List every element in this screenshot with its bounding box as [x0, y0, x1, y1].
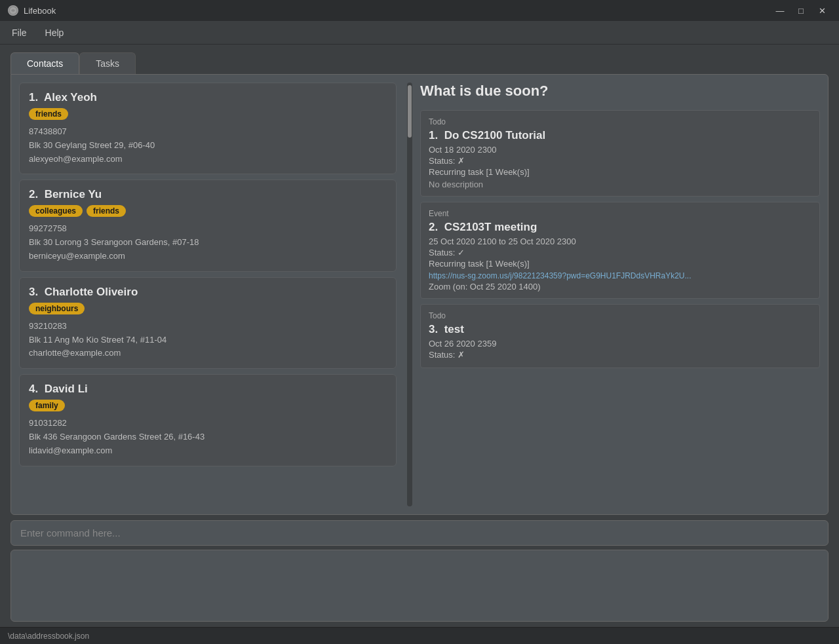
help-menu[interactable]: Help: [41, 25, 68, 41]
contact-email-1: alexyeoh@example.com: [29, 153, 387, 166]
scrollbar-thumb: [408, 85, 412, 138]
task-type-2: Event: [429, 209, 811, 218]
contact-phone-4: 91031282: [29, 417, 387, 430]
task-recurring-2: Recurring task [1 Week(s)]: [429, 259, 811, 269]
task-link-2: https://nus-sg.zoom.us/j/98221234359?pwd…: [429, 271, 811, 280]
contact-tags-4: family: [29, 400, 387, 411]
task-status-3: Status: ✗: [429, 350, 811, 360]
window-controls: — □ ✕: [771, 4, 831, 17]
tab-tasks[interactable]: Tasks: [79, 52, 136, 74]
contact-detail-1: 87438807 Blk 30 Geylang Street 29, #06-4…: [29, 125, 387, 166]
task-datetime-2: 25 Oct 2020 2100 to 25 Oct 2020 2300: [429, 237, 811, 246]
contact-tags-1: friends: [29, 108, 387, 120]
status-bar: \data\addressbook.json: [0, 627, 839, 644]
contact-email-2: berniceyu@example.com: [29, 250, 387, 263]
file-menu[interactable]: File: [8, 25, 31, 41]
contact-address-3: Blk 11 Ang Mo Kio Street 74, #11-04: [29, 333, 387, 347]
tag-colleagues: colleagues: [29, 205, 83, 217]
task-status-2: Status: ✓: [429, 248, 811, 257]
contact-phone-1: 87438807: [29, 125, 387, 139]
app-icon: [8, 5, 18, 16]
title-bar: Lifebook — □ ✕: [0, 0, 839, 21]
title-bar-left: Lifebook: [8, 5, 56, 16]
tag-friends-1: friends: [29, 108, 68, 120]
task-type-1: Todo: [429, 117, 811, 126]
panels: 1. Alex Yeoh friends 87438807 Blk 30 Gey…: [10, 74, 829, 515]
contact-detail-3: 93210283 Blk 11 Ang Mo Kio Street 74, #1…: [29, 320, 387, 360]
minimize-button[interactable]: —: [771, 4, 789, 17]
contact-card-3: 3. Charlotte Oliveiro neighbours 9321028…: [19, 277, 397, 369]
menu-bar: File Help: [0, 21, 839, 45]
contact-card-4: 4. David Li family 91031282 Blk 436 Sera…: [19, 374, 397, 466]
file-path: \data\addressbook.json: [8, 632, 89, 641]
contact-email-3: charlotte@example.com: [29, 347, 387, 360]
task-card-3: Todo 3. test Oct 26 2020 2359 Status: ✗: [420, 304, 820, 368]
task-datetime-1: Oct 18 2020 2300: [429, 145, 811, 155]
contact-address-4: Blk 436 Serangoon Gardens Street 26, #16…: [29, 430, 387, 444]
contact-detail-4: 91031282 Blk 436 Serangoon Gardens Stree…: [29, 417, 387, 457]
task-recurring-1: Recurring task [1 Week(s)]: [429, 167, 811, 177]
command-input[interactable]: [10, 520, 829, 546]
task-desc-1: No description: [429, 180, 811, 189]
contact-name-2: 2. Bernice Yu: [29, 188, 387, 201]
contact-email-4: lidavid@example.com: [29, 444, 387, 458]
tag-friends-2: friends: [87, 205, 126, 217]
close-button[interactable]: ✕: [813, 4, 831, 17]
task-title-2: 2. CS2103T meeting: [429, 221, 811, 234]
main-content: Contacts Tasks 1. Alex Yeoh friends 8743…: [0, 45, 839, 627]
contact-phone-2: 99272758: [29, 222, 387, 236]
output-area: [10, 550, 829, 622]
contact-tags-2: colleagues friends: [29, 205, 387, 217]
task-zoom-2: Zoom (on: Oct 25 2020 1400): [429, 282, 811, 292]
contact-card-1: 1. Alex Yeoh friends 87438807 Blk 30 Gey…: [19, 83, 397, 174]
contact-phone-3: 93210283: [29, 320, 387, 333]
contact-card-2: 2. Bernice Yu colleagues friends 9927275…: [19, 180, 397, 271]
contact-address-1: Blk 30 Geylang Street 29, #06-40: [29, 139, 387, 153]
contact-detail-2: 99272758 Blk 30 Lorong 3 Serangoon Garde…: [29, 222, 387, 263]
task-datetime-3: Oct 26 2020 2359: [429, 339, 811, 349]
tag-family: family: [29, 400, 65, 411]
tag-neighbours: neighbours: [29, 303, 85, 314]
contact-address-2: Blk 30 Lorong 3 Serangoon Gardens, #07-1…: [29, 236, 387, 250]
task-card-2: Event 2. CS2103T meeting 25 Oct 2020 210…: [420, 202, 820, 299]
tabs: Contacts Tasks: [10, 52, 829, 74]
command-area: [10, 520, 829, 546]
task-status-1: Status: ✗: [429, 156, 811, 166]
task-type-3: Todo: [429, 311, 811, 320]
task-card-1: Todo 1. Do CS2100 Tutorial Oct 18 2020 2…: [420, 110, 820, 197]
contact-name-3: 3. Charlotte Oliveiro: [29, 286, 387, 299]
contact-tags-3: neighbours: [29, 303, 387, 314]
task-title-1: 1. Do CS2100 Tutorial: [429, 129, 811, 142]
contact-name-4: 4. David Li: [29, 383, 387, 396]
contacts-scrollbar[interactable]: [407, 83, 412, 506]
maximize-button[interactable]: □: [792, 4, 810, 17]
task-title-3: 3. test: [429, 323, 811, 336]
app-title: Lifebook: [24, 6, 56, 16]
contact-name-1: 1. Alex Yeoh: [29, 91, 387, 104]
contacts-panel: 1. Alex Yeoh friends 87438807 Blk 30 Gey…: [19, 83, 399, 506]
tasks-panel: What is due soon? Todo 1. Do CS2100 Tuto…: [420, 83, 820, 506]
tasks-header: What is due soon?: [420, 83, 820, 102]
tab-contacts[interactable]: Contacts: [10, 52, 79, 74]
